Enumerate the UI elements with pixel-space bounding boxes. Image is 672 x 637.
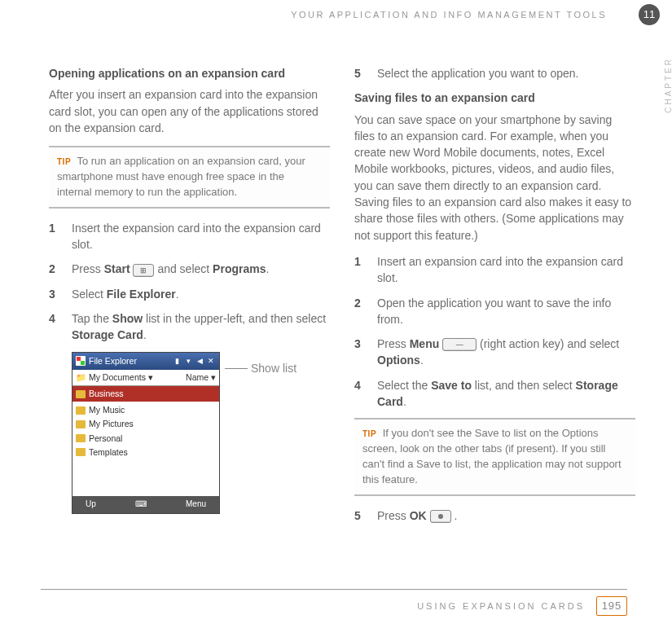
content-columns: Opening applications on an expansion car… <box>49 65 635 532</box>
fe-softkey-bar: Up ⌨ Menu <box>72 496 219 513</box>
list-item: My Pictures <box>72 417 219 431</box>
page-number: 195 <box>596 596 627 616</box>
page-footer: USING EXPANSION CARDS 195 <box>41 589 627 616</box>
list-item: My Music <box>72 403 219 417</box>
chapter-number-badge: 11 <box>639 4 660 25</box>
right-step5-top: Select the application you want to open. <box>354 65 635 81</box>
windows-flag-icon <box>76 356 86 366</box>
left-intro: After you insert an expansion card into … <box>49 86 330 136</box>
step-text: list in the upper-left, and then select <box>146 312 326 325</box>
step-text: . <box>143 328 147 341</box>
right-column: Select the application you want to open.… <box>354 65 635 532</box>
volume-icon: ◀ <box>195 356 204 366</box>
fe-sort: Name <box>186 371 216 384</box>
fe-item-label: Personal <box>89 433 122 445</box>
left-steps: Insert the expansion card into the expan… <box>49 220 330 344</box>
list-item: Tap the Show list in the upper-left, and… <box>49 310 330 344</box>
list-item: Insert an expansion card into the expans… <box>354 253 635 287</box>
fe-title-bar: File Explorer ▮ ▾ ◀ ✕ <box>72 353 219 370</box>
step-text: . <box>454 509 457 522</box>
right-intro: You can save space on your smartphone by… <box>354 112 635 244</box>
keyboard-icon: ⌨ <box>135 499 147 511</box>
left-column: Opening applications on an expansion car… <box>49 65 330 532</box>
step-bold: Menu <box>410 337 440 350</box>
list-item: Select the Save to list, and then select… <box>354 377 635 411</box>
chapter-label: CHAPTER <box>664 57 672 113</box>
step-text: list, and then select <box>475 379 576 392</box>
list-item: Insert the expansion card into the expan… <box>49 220 330 253</box>
step-bold: Options <box>377 354 420 367</box>
fe-path-left: 📁 My Documents <box>76 371 153 384</box>
antenna-icon: ▾ <box>183 356 193 366</box>
step-bold: Storage Card <box>72 328 143 341</box>
fe-highlighted-label: Business <box>89 388 124 400</box>
step-bold: Save to <box>431 379 472 392</box>
fe-folder-list: My Music My Pictures Personal Templates <box>72 402 219 496</box>
left-tip-text: To run an application on an expansion ca… <box>57 155 305 198</box>
step-text: . <box>403 395 406 408</box>
list-item: Press OK . <box>354 507 635 524</box>
header-section-title: YOUR APPLICATION AND INFO MANAGEMENT TOO… <box>41 10 607 20</box>
right-tip-box: TIP If you don't see the Save to list on… <box>354 418 635 495</box>
list-item: Open the application you want to save th… <box>354 295 635 328</box>
step-text: Select <box>72 288 107 301</box>
step-text: Press <box>377 509 410 522</box>
step-bold: File Explorer <box>107 288 176 301</box>
step-text: Select the <box>377 379 431 392</box>
folder-icon <box>76 390 86 398</box>
tip-label: TIP <box>362 429 376 438</box>
signal-icon: ▮ <box>172 356 182 366</box>
tip-label: TIP <box>57 157 71 166</box>
step-bold: Start <box>104 262 130 275</box>
list-item: Select File Explorer. <box>49 286 330 302</box>
fe-path-bar: 📁 My Documents Name <box>72 370 219 386</box>
folder-icon <box>76 434 86 442</box>
right-heading: Saving files to an expansion card <box>354 90 635 106</box>
step-bold: OK <box>410 509 427 522</box>
step-text: Open the application you want to save th… <box>377 297 611 326</box>
step-text: Press <box>72 262 104 275</box>
step-text: Select the application you want to open. <box>377 67 579 80</box>
folder-icon <box>76 406 86 415</box>
right-steps: Insert an expansion card into the expans… <box>354 253 635 410</box>
show-list-callout: Show list <box>225 360 296 376</box>
fe-item-label: My Music <box>89 404 125 416</box>
file-explorer-window: File Explorer ▮ ▾ ◀ ✕ 📁 My Documents Nam… <box>72 352 220 514</box>
step-text: . <box>176 288 179 301</box>
fe-item-label: Templates <box>89 446 128 459</box>
footer-section: USING EXPANSION CARDS <box>417 601 585 611</box>
menu-key-icon: — <box>442 338 477 351</box>
ok-key-icon <box>430 510 451 523</box>
right-step5-bottom: Press OK . <box>354 507 635 524</box>
fe-softkey-menu: Menu <box>186 499 206 511</box>
folder-icon <box>76 448 86 456</box>
step-text: Press <box>377 337 410 350</box>
fe-title: File Explorer <box>89 355 169 367</box>
start-key-icon: ⊞ <box>133 264 154 277</box>
step-text: Insert an expansion card into the expans… <box>377 255 623 284</box>
list-item: Personal <box>72 432 219 446</box>
left-heading: Opening applications on an expansion car… <box>49 65 330 81</box>
list-item: Templates <box>72 446 219 459</box>
step-text: Insert the expansion card into the expan… <box>72 222 321 251</box>
step-text: . <box>420 354 424 367</box>
fe-item-label: My Pictures <box>89 418 134 430</box>
step-bold: Programs <box>213 262 266 275</box>
step-bold: Show <box>112 312 143 325</box>
right-tip-text: If you don't see the Save to list on the… <box>362 427 621 485</box>
step-text: . <box>266 262 269 275</box>
close-icon: ✕ <box>206 356 216 366</box>
left-tip-box: TIP To run an application on an expansio… <box>49 146 330 209</box>
fe-softkey-up: Up <box>86 499 96 511</box>
folder-icon <box>76 420 86 428</box>
fe-status-icons: ▮ ▾ ◀ ✕ <box>172 356 216 366</box>
step-text: Tap the <box>72 312 112 325</box>
list-item: Press Menu — (right action key) and sele… <box>354 336 635 369</box>
fe-highlighted-item: Business <box>72 386 219 402</box>
step-text: and select <box>157 262 213 275</box>
step-text: (right action key) and select <box>480 337 619 350</box>
list-item: Press Start ⊞ and select Programs. <box>49 261 330 277</box>
list-item: Select the application you want to open. <box>354 65 635 81</box>
file-explorer-screenshot: File Explorer ▮ ▾ ◀ ✕ 📁 My Documents Nam… <box>72 352 330 514</box>
